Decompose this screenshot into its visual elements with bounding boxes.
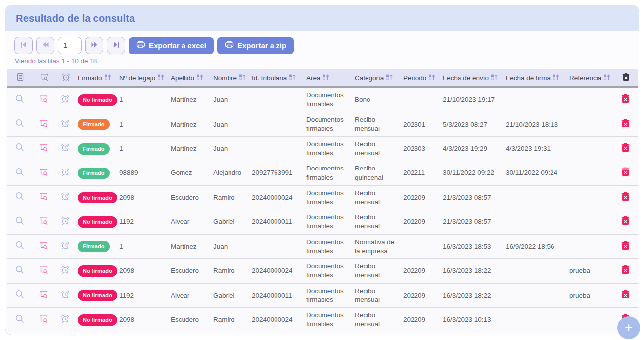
column-header-legajo[interactable]: Nº de legajo [118,69,170,87]
archive-search-icon [40,76,49,83]
sort-icon[interactable] [104,73,112,82]
table-row: No firmado 1192 Alvear Gabriel 202400000… [7,283,638,307]
archive-search-button[interactable] [39,216,48,228]
cell-nombre: Ramiro [212,307,251,332]
view-document-button[interactable] [15,118,25,130]
delete-row-button[interactable] [621,192,630,204]
column-header-id-tributaria[interactable]: Id. tributaria [251,69,305,87]
reminder-button[interactable] [60,240,70,253]
sort-icon[interactable] [289,73,296,82]
delete-row-button[interactable] [621,265,630,277]
next-page-button[interactable] [85,37,103,54]
cell-legajo: 2098 [118,307,170,332]
table-row: Firmado 1 Martínez Juan Documentos firma… [7,234,638,258]
column-header-firmado[interactable]: Firmado [77,69,118,87]
reminder-button[interactable] [60,265,70,277]
archive-search-button[interactable] [39,314,48,326]
sort-icon[interactable] [239,73,246,82]
column-header-referencia[interactable]: Referencia [568,69,614,87]
archive-search-button[interactable] [39,118,48,130]
rows-count-info: Viendo las filas 1 - 10 de 18 [15,57,630,65]
add-button[interactable]: + [617,316,640,339]
reminder-button[interactable] [60,142,70,155]
reminder-button[interactable] [60,314,70,326]
reminder-button[interactable] [60,216,70,228]
sort-icon[interactable] [552,73,560,82]
last-page-button[interactable] [107,37,125,54]
prev-page-button[interactable] [36,37,54,54]
cell-periodo: 202301 [402,112,442,136]
reminder-button[interactable] [60,118,70,130]
status-badge: No firmado [78,265,117,277]
first-page-button[interactable] [14,37,33,54]
delete-row-button[interactable] [621,241,630,253]
cell-fecha-firma [505,185,568,210]
export-excel-button[interactable]: Exportar a excel [129,37,214,54]
cell-nombre: Alejandro [212,161,251,185]
delete-row-button[interactable] [621,290,630,301]
sort-icon[interactable] [322,73,330,82]
cell-nombre: Juan [212,112,251,136]
delete-row-button[interactable] [621,216,630,228]
export-excel-label: Exportar a excel [149,42,206,50]
sort-icon[interactable] [428,73,436,82]
view-document-button[interactable] [15,265,25,277]
sort-icon[interactable] [157,73,165,82]
delete-row-button[interactable] [621,143,630,155]
export-zip-button[interactable]: Exportar a zip [217,37,294,54]
cell-apellido: Martínez [170,112,212,136]
column-header-fecha-envio[interactable]: Fecha de envío [442,69,505,87]
view-document-button[interactable] [15,191,25,204]
view-document-button[interactable] [15,240,25,253]
delete-all-icon[interactable] [622,73,630,81]
cell-fecha-firma [505,210,568,234]
cell-apellido: Martínez [170,234,212,258]
page-number-input[interactable] [58,37,82,54]
column-header-categoria[interactable]: Categoría [354,69,402,87]
archive-search-button[interactable] [39,191,48,204]
cell-id-tributaria: 20240000024 [251,259,305,283]
view-document-button[interactable] [15,167,25,179]
first-page-icon [19,41,28,51]
sort-icon[interactable] [491,73,498,82]
cell-referencia [568,307,614,332]
reminder-button[interactable] [60,289,70,301]
cell-fecha-envio: 30/11/2022 09:22 [442,161,505,185]
column-header-apellido[interactable]: Apellido [170,69,212,87]
archive-search-button[interactable] [39,289,48,301]
cell-id-tributaria: 20240000024 [251,185,305,210]
printer-icon [225,41,234,50]
cell-referencia [568,112,614,136]
status-badge: No firmado [78,216,117,228]
cell-legajo: 1 [118,136,170,161]
column-header-area[interactable]: Area [305,69,354,87]
reminder-button[interactable] [60,167,70,179]
sort-icon[interactable] [386,73,393,82]
column-header-fecha-firma[interactable]: Fecha de firma [505,69,568,87]
reminder-button[interactable] [60,191,70,204]
sort-icon[interactable] [603,73,611,82]
archive-search-button[interactable] [39,265,48,277]
archive-search-button[interactable] [39,142,48,155]
archive-search-button[interactable] [39,240,48,253]
delete-row-button[interactable] [621,94,630,106]
cell-fecha-envio: 4/3/2023 19:29 [442,136,505,161]
view-document-button[interactable] [15,216,25,228]
cell-fecha-firma [505,283,568,307]
delete-row-button[interactable] [621,167,630,179]
view-document-button[interactable] [15,289,25,301]
reminder-button[interactable] [60,94,70,106]
archive-search-button[interactable] [39,167,48,179]
view-document-button[interactable] [15,94,25,106]
view-document-button[interactable] [15,314,25,326]
view-document-button[interactable] [15,142,25,155]
delete-row-button[interactable] [621,119,630,130]
next-page-icon [90,41,99,51]
cell-legajo: 1192 [118,210,170,234]
cell-nombre: Juan [212,234,251,258]
sort-icon[interactable] [196,73,204,82]
column-header-nombre[interactable]: Nombre [212,69,251,87]
column-header-periodo[interactable]: Período [402,69,442,87]
document-icon [16,76,25,83]
archive-search-button[interactable] [39,94,48,106]
